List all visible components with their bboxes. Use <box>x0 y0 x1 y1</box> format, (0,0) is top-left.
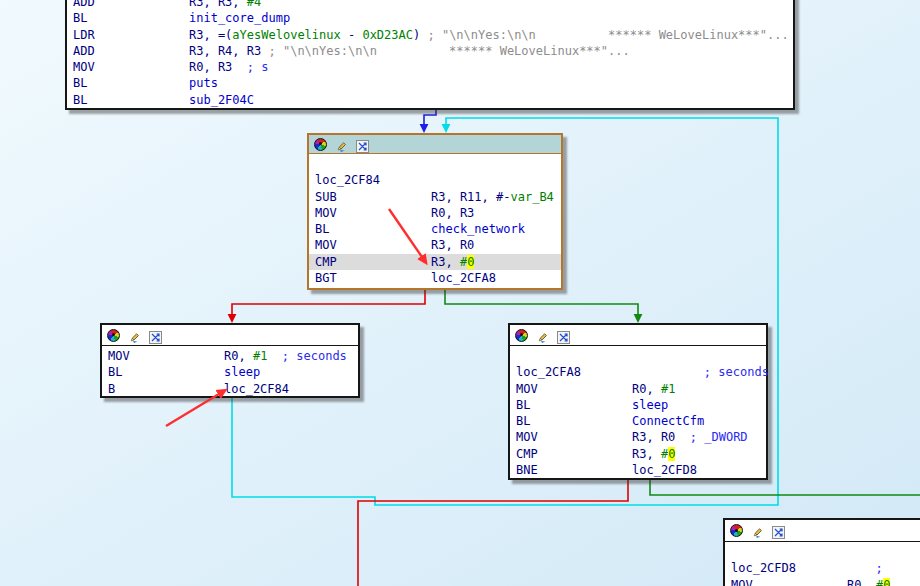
color-wheel-icon[interactable] <box>730 524 743 537</box>
node-title-bar[interactable] <box>309 135 561 154</box>
token-num: #1 <box>253 349 267 363</box>
code-line[interactable]: ADDR3, R4, R3 ; "\n\nYes:\n\n ****** WeL… <box>67 43 793 59</box>
token-fn: sleep <box>632 398 668 412</box>
code-line[interactable] <box>725 544 920 560</box>
code-line[interactable]: BLinit_core_dump <box>67 10 793 26</box>
edit-comment-icon[interactable] <box>335 138 348 151</box>
basic-block-sleep-loop[interactable]: MOVR0, #1 ; secondsBLsleepBloc_2CF84 <box>100 323 360 398</box>
jump-xrefs-icon[interactable] <box>557 329 570 342</box>
code-lines: ADDR3, R3, #4BLinit_core_dumpLDRR3, =(aY… <box>67 0 793 108</box>
token-mn: CMP <box>315 254 431 270</box>
token-mn: BL <box>516 413 632 429</box>
code-line[interactable]: loc_2CFD8 ; <box>725 560 920 576</box>
token-op <box>796 561 875 575</box>
token-op: R3, R0 <box>431 238 474 252</box>
basic-block-top[interactable]: ADDR3, R3, #4BLinit_core_dumpLDRR3, =(aY… <box>65 0 795 110</box>
code-line[interactable]: ADDR3, R3, #4 <box>67 0 793 10</box>
token-mn: ADD <box>73 0 189 10</box>
token-mn: ADD <box>73 43 189 59</box>
basic-block-loc_2CFA8[interactable]: loc_2CFA8 ; secondsMOVR0, #1BLsleepBLCon… <box>508 323 768 480</box>
token-op: R3, <box>632 447 661 461</box>
code-line[interactable]: MOVR0, #0 <box>725 577 920 586</box>
edge-true-loc2cf84-to-loc2cfa8 <box>445 290 638 315</box>
code-lines: loc_2CFD8 ; MOVR0, #0 <box>725 542 920 586</box>
token-mn: MOV <box>315 237 431 253</box>
code-line[interactable]: BLConnectCfm <box>510 413 766 429</box>
code-line[interactable]: MOVR0, R3 <box>309 205 561 221</box>
token-cmt: ; _DWORD <box>690 430 748 444</box>
code-line[interactable]: BLsleep <box>102 364 358 380</box>
code-lines: MOVR0, #1 ; secondsBLsleepBloc_2CF84 <box>102 346 358 397</box>
color-wheel-icon[interactable] <box>107 329 120 342</box>
token-op: ) <box>413 28 427 42</box>
edge-false-loc2cfa8-down <box>358 480 628 586</box>
code-line[interactable]: BGTloc_2CFA8 <box>309 270 561 286</box>
token-num: aYesWelovelinux <box>232 28 340 42</box>
code-line[interactable]: loc_2CF84 <box>309 172 561 188</box>
node-title-bar[interactable] <box>510 325 766 346</box>
code-line[interactable]: MOVR0, R3 ; s <box>67 59 793 75</box>
node-title-bar[interactable] <box>102 325 358 346</box>
basic-block-loc_2CFD8[interactable]: loc_2CFD8 ; MOVR0, #0 <box>723 518 920 586</box>
jump-xrefs-icon[interactable] <box>356 138 369 151</box>
token-mn: MOV <box>315 205 431 221</box>
token-op: R0, <box>632 382 661 396</box>
token-fn: check_network <box>431 222 525 236</box>
token-fn: sleep <box>224 365 260 379</box>
token-hl0: 0 <box>883 578 890 586</box>
edit-comment-icon[interactable] <box>128 329 141 342</box>
token-mn: MOV <box>108 348 224 364</box>
token-mn: MOV <box>731 577 847 586</box>
token-cmt: ; <box>876 561 890 575</box>
code-line[interactable]: BLsleep <box>510 397 766 413</box>
code-line[interactable]: BNEloc_2CFD8 <box>510 462 766 478</box>
node-title-bar[interactable] <box>725 520 920 542</box>
code-line[interactable]: loc_2CFA8 ; seconds <box>510 364 766 380</box>
token-str: ; "\n\nYes:\n\n ****** WeLoveLinux***"..… <box>268 44 629 58</box>
token-fn: init_core_dump <box>189 11 290 25</box>
token-mn: CMP <box>516 446 632 462</box>
token-mn: MOV <box>516 381 632 397</box>
edit-comment-icon[interactable] <box>751 524 764 537</box>
basic-block-loc_2CF84[interactable]: loc_2CF84SUBR3, R11, #-var_B4MOVR0, R3BL… <box>307 133 563 290</box>
token-op: R0, R3 <box>189 60 247 74</box>
edit-comment-icon[interactable] <box>536 329 549 342</box>
color-wheel-icon[interactable] <box>314 138 327 151</box>
token-op: R3, R4, R3 <box>189 44 268 58</box>
code-line[interactable]: MOVR0, #1 <box>510 381 766 397</box>
token-lbl: loc_2CFA8 <box>431 271 496 285</box>
token-cmt: ; seconds <box>282 349 347 363</box>
token-hl0: 0 <box>668 447 675 461</box>
token-op: R3, R11, #- <box>431 190 510 204</box>
token-hl0: 0 <box>467 255 474 269</box>
jump-xrefs-icon[interactable] <box>772 524 785 537</box>
token-fn: sub_2F04C <box>189 93 254 107</box>
token-lbl: loc_2CF84 <box>224 382 289 396</box>
code-line-current[interactable]: CMPR3, #0 <box>309 254 561 270</box>
code-line[interactable]: MOVR0, #1 ; seconds <box>102 348 358 364</box>
token-op: R0, <box>224 349 253 363</box>
red-arrow-to-branch-target <box>166 394 219 426</box>
code-line[interactable]: MOVR3, R0 ; _DWORD <box>510 429 766 445</box>
code-line[interactable]: BLsub_2F04C <box>67 92 793 108</box>
code-line[interactable]: Bloc_2CF84 <box>102 381 358 397</box>
token-mn: MOV <box>73 59 189 75</box>
color-wheel-icon[interactable] <box>515 329 528 342</box>
token-op: R3, =( <box>189 28 232 42</box>
code-line[interactable]: SUBR3, R11, #-var_B4 <box>309 189 561 205</box>
token-mn: LDR <box>73 27 189 43</box>
token-fn: puts <box>189 76 218 90</box>
jump-xrefs-icon[interactable] <box>149 329 162 342</box>
code-line[interactable]: BLcheck_network <box>309 221 561 237</box>
token-op: R0, R3 <box>431 206 474 220</box>
code-line[interactable]: BLputs <box>67 75 793 91</box>
token-mn: BNE <box>516 462 632 478</box>
token-op: R3, <box>431 255 460 269</box>
code-line[interactable]: CMPR3, #0 <box>510 446 766 462</box>
code-line[interactable]: MOVR3, R0 <box>309 237 561 253</box>
token-cmt: ; seconds <box>704 365 769 379</box>
code-lines: loc_2CF84SUBR3, R11, #-var_B4MOVR0, R3BL… <box>309 154 561 286</box>
code-line[interactable] <box>510 348 766 364</box>
code-line[interactable]: LDRR3, =(aYesWelovelinux - 0xD23AC) ; "\… <box>67 27 793 43</box>
code-line[interactable] <box>309 156 561 172</box>
